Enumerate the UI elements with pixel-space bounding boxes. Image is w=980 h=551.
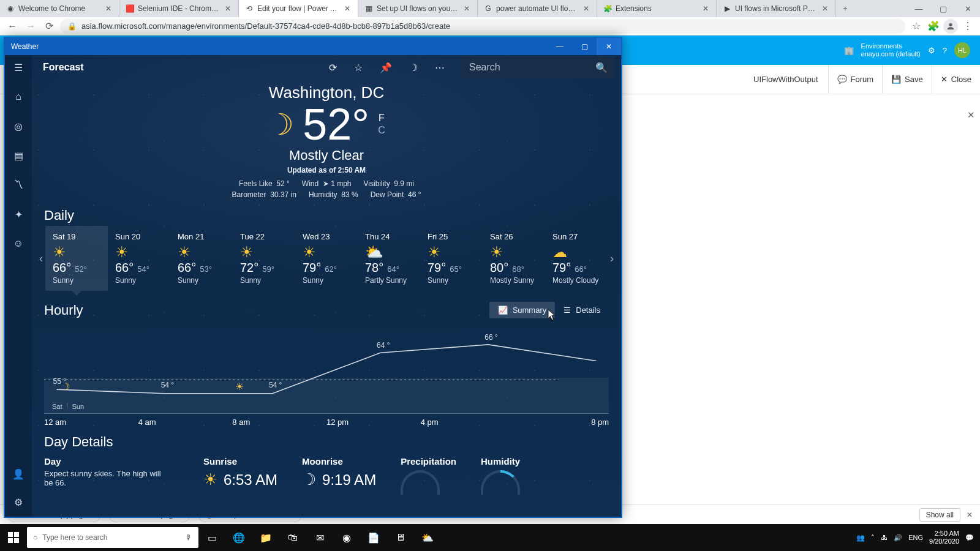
address-bar[interactable]: 🔒 asia.flow.microsoft.com/manage/environ… <box>60 19 905 34</box>
save-button[interactable]: 💾Save <box>882 65 932 94</box>
pin-icon[interactable]: 📌 <box>380 62 392 73</box>
browser-tab[interactable]: ▦Set up UI flows on your device -✕ <box>358 0 478 17</box>
daily-prev[interactable]: ‹ <box>37 226 45 291</box>
bookmark-star-icon[interactable]: ☆ <box>909 19 924 34</box>
gear-icon[interactable]: ⚙ <box>928 46 935 55</box>
details-toggle[interactable]: ☰Details <box>555 302 609 318</box>
sound-icon[interactable]: 🔊 <box>894 534 902 542</box>
gear-icon[interactable]: ⚙ <box>11 495 26 509</box>
moon-icon[interactable]: ☽ <box>409 62 418 73</box>
extensions-icon[interactable]: 🧩 <box>926 19 941 34</box>
window-minimize[interactable]: — <box>907 0 931 17</box>
day-card[interactable]: Fri 25☀79°65°Sunny <box>420 226 483 291</box>
browser-tab[interactable]: ▶UI flows in Microsoft Power Auto✕ <box>717 0 836 17</box>
browser-tab[interactable]: 🟥Selenium IDE - Chrome Web Sto✕ <box>119 0 239 17</box>
day-card[interactable]: Mon 21☀66°53°Sunny <box>170 226 233 291</box>
day-card[interactable]: Sun 27☁79°66°Mostly Cloudy <box>545 226 608 291</box>
panel-close-icon[interactable]: ✕ <box>967 110 975 121</box>
settings-app-icon[interactable]: 🖥 <box>387 524 414 551</box>
close-icon[interactable]: ✕ <box>462 4 471 13</box>
close-icon[interactable]: ✕ <box>582 4 590 13</box>
window-close[interactable]: ✕ <box>956 0 980 17</box>
notepad-icon[interactable]: 📄 <box>360 524 387 551</box>
weather-window: Weather — ▢ ✕ ☰ ⌂ ◎ ▤ 〽 ✦ ☺ 👤 ⚙ Forecast… <box>4 37 622 518</box>
user-avatar[interactable]: HL <box>954 42 970 58</box>
explorer-icon[interactable]: 📁 <box>252 524 279 551</box>
people-icon[interactable]: 👥 <box>856 534 865 542</box>
edge-icon[interactable]: 🌐 <box>225 524 252 551</box>
map-icon[interactable]: ◎ <box>11 119 26 133</box>
search-input[interactable]: Search 🔍 <box>462 56 615 78</box>
unit-celsius[interactable]: C <box>378 125 385 136</box>
day-card[interactable]: Tue 22☀72°59°Sunny <box>233 226 295 291</box>
browser-tab[interactable]: 🧩Extensions✕ <box>597 0 717 17</box>
favorites-icon[interactable]: ✦ <box>11 207 26 222</box>
weather-titlebar[interactable]: Weather — ▢ ✕ <box>5 38 621 55</box>
day-high: 72° <box>240 261 258 275</box>
dd-precip-label: Precipitation <box>401 456 456 467</box>
history-icon[interactable]: ▤ <box>11 148 26 163</box>
day-low: 66° <box>575 264 587 274</box>
close-icon[interactable]: ✕ <box>821 4 829 13</box>
day-card[interactable]: Sun 20☀66°54°Sunny <box>108 226 170 291</box>
news-icon[interactable]: ☺ <box>11 236 26 251</box>
menu-icon[interactable]: ⋮ <box>960 19 975 34</box>
weather-app-icon[interactable]: ⛅ <box>414 524 441 551</box>
close-button[interactable]: ✕Close <box>932 65 980 94</box>
day-card[interactable]: Wed 23☀79°62°Sunny <box>295 226 358 291</box>
day-card[interactable]: Sat 26☀80°68°Mostly Sunny <box>483 226 545 291</box>
hamburger-icon[interactable]: ☰ <box>11 60 26 75</box>
hourly-chart[interactable]: 55 °54 °54 °64 °66 ° ☽ ☀ Sat Sun <box>44 322 609 414</box>
close-shelf-button[interactable]: ✕ <box>967 511 973 519</box>
window-minimize[interactable]: — <box>548 38 572 55</box>
url-text: asia.flow.microsoft.com/manage/environme… <box>81 21 450 31</box>
window-close[interactable]: ✕ <box>597 38 621 55</box>
environment-picker[interactable]: Environments enayu.com (default) <box>861 42 921 58</box>
feedback-icon[interactable]: 👤 <box>11 467 26 481</box>
close-icon[interactable]: ✕ <box>343 4 352 13</box>
start-button[interactable] <box>0 524 27 551</box>
star-icon[interactable]: ☆ <box>354 62 363 73</box>
network-icon[interactable]: 🖧 <box>881 534 888 541</box>
show-all-downloads[interactable]: Show all <box>919 508 960 522</box>
trend-icon[interactable]: 〽 <box>11 178 26 192</box>
clock-date: 9/20/2020 <box>929 538 959 545</box>
summary-label: Summary <box>513 305 547 315</box>
unit-fahrenheit[interactable]: F <box>378 113 385 124</box>
new-tab-button[interactable]: + <box>836 0 854 17</box>
system-clock[interactable]: 2:50 AM 9/20/2020 <box>929 530 959 545</box>
profile-avatar[interactable] <box>943 19 958 34</box>
window-maximize[interactable]: ▢ <box>572 38 597 55</box>
day-card[interactable]: Thu 24⛅78°64°Partly Sunny <box>358 226 420 291</box>
day-card[interactable]: Sat 19☀66°52°Sunny <box>45 226 108 291</box>
task-view-icon[interactable]: ▭ <box>198 524 225 551</box>
mail-icon[interactable]: ✉ <box>306 524 333 551</box>
close-icon[interactable]: ✕ <box>224 4 232 13</box>
taskbar-search[interactable]: ○ Type here to search 🎙 <box>27 527 198 548</box>
home-icon[interactable]: ⌂ <box>11 89 26 104</box>
help-icon[interactable]: ? <box>943 46 947 55</box>
chrome-taskbar-icon[interactable]: ◉ <box>333 524 360 551</box>
summary-toggle[interactable]: 📈Summary <box>489 302 556 318</box>
close-icon[interactable]: ✕ <box>104 4 113 13</box>
more-icon[interactable]: ⋯ <box>435 62 445 73</box>
notifications-icon[interactable]: 💬 <box>965 534 974 542</box>
store-icon[interactable]: 🛍 <box>279 524 306 551</box>
back-button[interactable]: ← <box>5 19 20 34</box>
browser-tab[interactable]: ◉Welcome to Chrome✕ <box>0 0 119 17</box>
refresh-icon[interactable]: ⟳ <box>329 62 337 73</box>
browser-tab-active[interactable]: ⟲Edit your flow | Power Automate✕ <box>239 0 358 17</box>
daily-next[interactable]: › <box>608 226 616 291</box>
forum-button[interactable]: 💬Forum <box>828 65 883 94</box>
lang-indicator[interactable]: ENG <box>908 534 923 541</box>
lock-icon: 🔒 <box>67 22 77 31</box>
close-icon[interactable]: ✕ <box>701 4 710 13</box>
flow-name[interactable]: UIFlowWithOutput <box>744 75 827 84</box>
list-icon: ☰ <box>564 305 571 315</box>
forward-button[interactable]: → <box>23 19 38 34</box>
reload-button[interactable]: ⟳ <box>42 19 56 34</box>
tray-chevron-icon[interactable]: ˄ <box>871 534 875 542</box>
browser-tab[interactable]: Gpower automate UI flow require✕ <box>478 0 597 17</box>
search-icon[interactable]: 🔍 <box>595 62 608 73</box>
window-maximize[interactable]: ▢ <box>931 0 956 17</box>
